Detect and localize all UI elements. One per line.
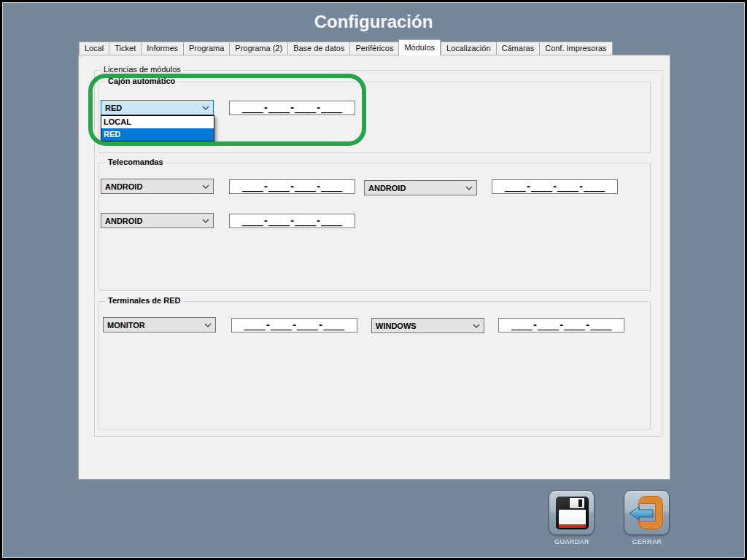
tab-ticket[interactable]: Ticket (109, 42, 141, 55)
close-button-label: CERRAR (622, 538, 673, 545)
tab-conf-impresoras[interactable]: Conf. Impresoras (539, 42, 612, 55)
chevron-down-icon (202, 219, 209, 223)
terminal-combo-1[interactable]: MONITOR (103, 317, 216, 332)
terminal-license-input-1[interactable]: ____-____-____-____ (231, 318, 357, 332)
terminal-license-input-2[interactable]: ____-____-____-____ (498, 318, 624, 332)
cajon-groupbox-label: Cajón automático (105, 77, 178, 85)
floppy-red-stripe (559, 524, 586, 528)
configuration-window: Configuración Local Ticket Informes Prog… (0, 0, 747, 560)
tab-programa[interactable]: Programa (183, 42, 229, 55)
telecomanda-license-input-3[interactable]: ____-____-____-____ (229, 214, 355, 228)
save-button[interactable] (549, 490, 595, 535)
tab-strip: Local Ticket Informes Programa Programa … (79, 39, 613, 55)
tab-programa-2[interactable]: Programa (2) (229, 42, 287, 55)
telecomanda-license-input-1[interactable]: ____-____-____-____ (229, 179, 355, 194)
telecomanda-combo-1-value: ANDROID (105, 182, 142, 191)
telecomanda-combo-3[interactable]: ANDROID (101, 213, 214, 228)
floppy-disk-icon (556, 497, 589, 529)
page-title: Configuración (0, 12, 747, 32)
tab-camaras[interactable]: Cámaras (496, 42, 540, 55)
telecomanda-combo-1[interactable]: ANDROID (101, 179, 214, 194)
modules-tab-page: Licencias de módulos Cajón automático RE… (78, 55, 670, 480)
dropdown-option-local[interactable]: LOCAL (101, 116, 214, 128)
terminal-combo-1-value: MONITOR (107, 321, 145, 330)
close-button[interactable] (624, 490, 670, 535)
terminales-groupbox-label: Terminales de RED (105, 296, 183, 305)
floppy-label (559, 510, 586, 528)
dropdown-option-red[interactable]: RED (101, 128, 214, 141)
telecomanda-license-input-2[interactable]: ____-____-____-____ (492, 179, 618, 194)
tab-local[interactable]: Local (79, 42, 109, 55)
chevron-down-icon (202, 184, 209, 189)
exit-arrow-icon (629, 506, 654, 524)
chevron-down-icon (473, 324, 480, 328)
save-button-label: GUARDAR (546, 538, 597, 545)
telecomanda-combo-2-value: ANDROID (368, 184, 406, 192)
telecomanda-combo-2[interactable]: ANDROID (364, 180, 477, 195)
tab-localizacion[interactable]: Localización (441, 42, 496, 55)
cajon-combo-value: RED (105, 104, 122, 112)
tab-perifericos[interactable]: Periféricos (349, 42, 398, 55)
cajon-combo-dropdown: LOCAL RED (101, 115, 214, 141)
cajon-license-input[interactable]: ____-____-____-____ (229, 101, 355, 115)
floppy-slot (578, 499, 582, 507)
floppy-shutter (570, 498, 584, 508)
telecomanda-combo-3-value: ANDROID (105, 217, 142, 225)
tab-base-de-datos[interactable]: Base de datos (287, 42, 349, 55)
terminal-combo-2-value: WINDOWS (376, 322, 417, 330)
terminal-combo-2[interactable]: WINDOWS (371, 318, 484, 333)
chevron-down-icon (204, 323, 212, 327)
licencias-groupbox-label: Licencias de módulos (101, 65, 184, 74)
cajon-combo[interactable]: RED (101, 100, 214, 115)
tab-modulos[interactable]: Módulos (398, 39, 441, 55)
tab-informes[interactable]: Informes (141, 42, 183, 55)
chevron-down-icon (465, 186, 473, 190)
telecomandas-groupbox-label: Telecomandas (105, 158, 166, 166)
chevron-down-icon (202, 106, 209, 110)
